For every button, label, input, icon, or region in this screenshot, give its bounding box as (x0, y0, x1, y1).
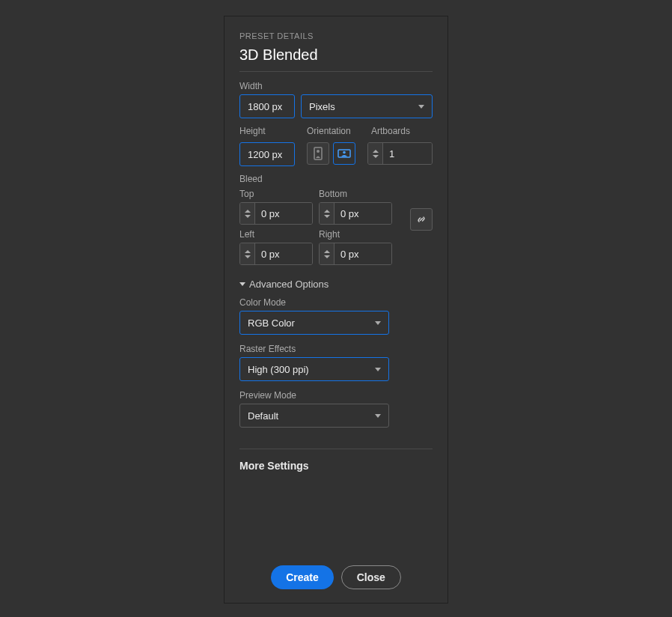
link-icon (416, 214, 427, 225)
width-label: Width (239, 81, 433, 91)
bleed-bottom-label: Bottom (319, 189, 392, 199)
preview-mode-value: Default (248, 410, 278, 422)
stepper-down-icon[interactable] (373, 155, 379, 158)
orientation-portrait-button[interactable] (307, 142, 329, 165)
stepper-up-icon[interactable] (245, 210, 251, 213)
color-mode-value: RGB Color (248, 317, 295, 329)
chevron-down-icon (375, 368, 381, 371)
stepper-up-icon[interactable] (324, 250, 330, 253)
stepper-down-icon[interactable] (324, 255, 330, 258)
artboards-stepper[interactable]: 1 (367, 142, 433, 165)
document-title[interactable]: 3D Blended (239, 46, 433, 72)
divider (239, 449, 433, 449)
bleed-right-value[interactable]: 0 px (335, 243, 391, 264)
raster-effects-dropdown[interactable]: High (300 ppi) (239, 357, 389, 381)
units-dropdown[interactable]: Pixels (301, 94, 433, 118)
link-bleed-button[interactable] (410, 208, 433, 231)
stepper-up-icon[interactable] (373, 150, 379, 153)
artboards-label: Artboards (371, 126, 433, 136)
landscape-icon (337, 148, 351, 159)
raster-effects-value: High (300 ppi) (248, 364, 309, 375)
stepper-down-icon[interactable] (245, 255, 251, 258)
new-document-panel: PRESET DETAILS 3D Blended Width 1800 px … (224, 16, 448, 604)
chevron-down-icon (375, 321, 381, 325)
stepper-down-icon[interactable] (324, 215, 330, 218)
advanced-options-toggle[interactable]: Advanced Options (239, 279, 433, 290)
orientation-label: Orientation (307, 126, 359, 136)
orientation-landscape-button[interactable] (333, 142, 355, 165)
stepper-up-icon[interactable] (324, 210, 330, 213)
close-button[interactable]: Close (341, 565, 401, 589)
chevron-down-icon (239, 282, 245, 286)
height-label: Height (239, 126, 295, 136)
bleed-bottom-stepper[interactable]: 0 px (319, 202, 392, 225)
bleed-top-value[interactable]: 0 px (255, 203, 312, 224)
preset-details-label: PRESET DETAILS (239, 31, 433, 40)
stepper-down-icon[interactable] (245, 215, 251, 218)
preview-mode-label: Preview Mode (239, 390, 433, 401)
color-mode-dropdown[interactable]: RGB Color (239, 311, 389, 335)
bleed-top-label: Top (239, 189, 313, 199)
preview-mode-dropdown[interactable]: Default (239, 404, 389, 428)
chevron-down-icon (375, 414, 381, 418)
bleed-top-stepper[interactable]: 0 px (239, 202, 313, 225)
create-button[interactable]: Create (271, 565, 334, 589)
bleed-left-value[interactable]: 0 px (255, 243, 312, 264)
portrait-icon (313, 147, 323, 160)
raster-effects-label: Raster Effects (239, 344, 433, 354)
more-settings-link[interactable]: More Settings (239, 460, 433, 472)
bleed-right-stepper[interactable]: 0 px (319, 243, 392, 265)
bleed-bottom-value[interactable]: 0 px (335, 203, 391, 224)
bleed-right-label: Right (319, 229, 392, 240)
color-mode-label: Color Mode (239, 297, 433, 308)
svg-point-3 (343, 151, 346, 154)
height-input[interactable]: 1200 px (239, 142, 295, 166)
svg-point-1 (317, 150, 320, 153)
stepper-up-icon[interactable] (245, 250, 251, 253)
bleed-left-stepper[interactable]: 0 px (239, 243, 313, 265)
advanced-options-label: Advanced Options (249, 279, 329, 290)
width-input[interactable]: 1800 px (239, 94, 295, 118)
bleed-label: Bleed (239, 174, 433, 184)
bleed-left-label: Left (239, 229, 313, 240)
artboards-value[interactable]: 1 (383, 143, 432, 164)
units-value: Pixels (309, 101, 335, 112)
chevron-down-icon (418, 105, 424, 109)
